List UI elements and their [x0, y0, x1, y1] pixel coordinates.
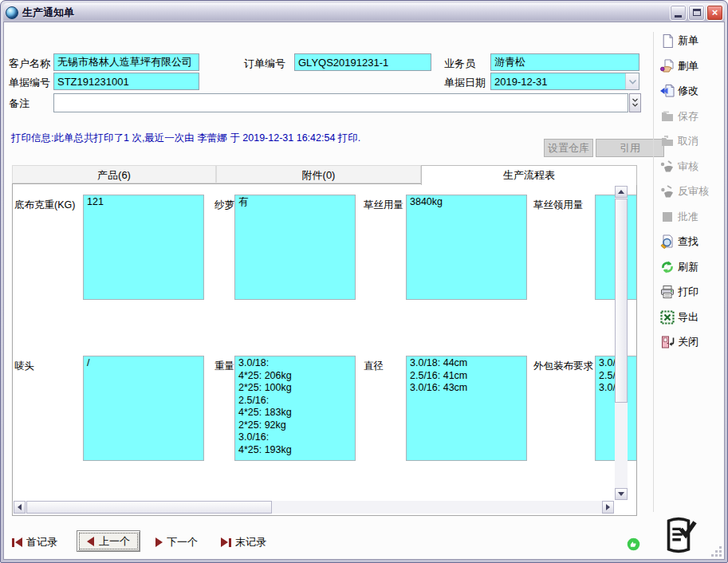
sidebar-label: 修改 — [678, 84, 698, 98]
sidebar-button-save[interactable]: 保存 — [659, 108, 709, 125]
new-doc-icon — [659, 33, 675, 49]
nav-next-record[interactable]: 下一个 — [155, 535, 198, 549]
print-info-text: 打印信息:此单总共打印了1 次,最近一次由 李蕾娜 于 2019-12-31 1… — [11, 132, 360, 145]
sidebar-label: 新单 — [678, 33, 698, 48]
customer-input[interactable] — [53, 53, 199, 71]
doc-date-combobox[interactable]: 2019-12-31 — [490, 73, 639, 90]
delete-doc-icon — [659, 58, 675, 74]
flow-field-label: 直径 — [364, 360, 384, 373]
nav-first-record[interactable]: 首记录 — [12, 535, 57, 549]
unaudit-icon — [659, 183, 675, 199]
sidebar-button-audit[interactable]: 审核 — [659, 158, 709, 175]
sidebar-button-print[interactable]: 打印 — [659, 283, 709, 301]
flow-field-value-box[interactable]: 121 — [83, 195, 204, 300]
last-record-icon — [221, 537, 231, 547]
remark-expand-button[interactable] — [629, 93, 641, 112]
sidebar-button-close[interactable]: 关闭 — [659, 333, 709, 351]
window-title: 生产通知单 — [22, 6, 74, 20]
flow-field-label: 外包装布要求 — [533, 360, 593, 373]
horizontal-scrollbar[interactable] — [14, 501, 614, 514]
title-bar[interactable]: 生产通知单 × — [3, 3, 725, 22]
nav-label: 下一个 — [167, 535, 198, 549]
order-no-label: 订单编号 — [244, 57, 285, 71]
client-area: 客户名称 订单编号 业务员 单据编号 单据日期 2019-12-31 备注 打印… — [3, 22, 725, 560]
scroll-left-button[interactable] — [14, 501, 26, 514]
arrow-left-icon — [18, 504, 22, 510]
audit-note-icon — [660, 516, 697, 557]
scroll-right-button[interactable] — [602, 501, 614, 514]
remark-label: 备注 — [9, 96, 30, 111]
sidebar-label: 反审核 — [678, 184, 709, 199]
close-icon: × — [712, 6, 718, 18]
sidebar-label: 保存 — [678, 109, 698, 124]
reference-button[interactable]: 引用 — [596, 139, 664, 157]
horizontal-scroll-thumb[interactable] — [26, 501, 272, 514]
minimize-button[interactable] — [670, 5, 687, 21]
tab-production-flow[interactable]: 生产流程表 — [421, 165, 637, 185]
sidebar-label: 导出 — [678, 310, 698, 325]
sidebar-label: 取消 — [678, 134, 698, 148]
set-warehouse-button[interactable]: 设置仓库 — [544, 139, 593, 157]
nav-last-record[interactable]: 末记录 — [221, 535, 266, 549]
sidebar-label: 审核 — [678, 159, 698, 174]
sidebar-button-export[interactable]: 导出 — [659, 309, 709, 326]
sidebar-button-new[interactable]: 新单 — [659, 32, 709, 49]
export-excel-icon — [659, 309, 675, 325]
flow-field-value-box[interactable]: 3840kg — [406, 195, 527, 300]
arrow-down-icon — [618, 492, 624, 496]
nav-previous-button[interactable]: 上一个 — [77, 530, 140, 552]
sidebar-label: 批准 — [678, 210, 698, 224]
customer-label: 客户名称 — [9, 57, 50, 71]
doc-date-label: 单据日期 — [444, 76, 486, 90]
remark-input[interactable] — [53, 93, 628, 112]
window-controls: × — [668, 5, 723, 21]
sidebar-label: 打印 — [678, 285, 698, 299]
sidebar-label: 查找 — [678, 234, 698, 249]
sidebar-label: 刷新 — [678, 260, 698, 274]
order-no-input[interactable] — [294, 53, 431, 71]
nav-label: 末记录 — [235, 535, 266, 549]
app-window: 生产通知单 × 客户名称 订单编号 业务员 单据编号 单据日期 2019-12-… — [0, 0, 728, 563]
arrow-right-icon — [606, 504, 610, 510]
ok-badge-icon — [627, 537, 640, 554]
vertical-scroll-thumb[interactable] — [615, 199, 628, 403]
scroll-up-button[interactable] — [615, 186, 628, 198]
vertical-scrollbar[interactable] — [615, 186, 628, 500]
sidebar-separator — [653, 32, 654, 512]
flow-field-value-box[interactable]: 3.0/18: 4*25: 206kg 2*25: 100kg 2.5/16: … — [234, 356, 356, 461]
doc-no-input[interactable] — [53, 73, 199, 90]
sidebar-button-cancel[interactable]: 取消 — [659, 132, 709, 150]
dropdown-arrow-icon[interactable] — [625, 73, 639, 89]
modify-icon — [659, 83, 675, 99]
sidebar-button-unaudit[interactable]: 反审核 — [659, 183, 709, 200]
flow-field-value-box[interactable]: 有 — [234, 195, 356, 300]
sidebar-label: 关闭 — [678, 335, 698, 349]
tab-attachments[interactable]: 附件(0) — [216, 165, 421, 183]
flow-field-label: 唛头 — [14, 360, 34, 373]
double-chevron-down-icon — [632, 97, 639, 108]
scroll-down-button[interactable] — [615, 488, 628, 500]
find-icon — [659, 234, 675, 250]
save-icon — [659, 108, 675, 124]
arrow-up-icon — [618, 190, 624, 194]
sidebar-button-find[interactable]: 查找 — [659, 233, 709, 250]
close-button[interactable]: × — [706, 5, 723, 21]
flow-field-label: 纱萝 — [214, 199, 234, 212]
flow-field-value-box[interactable]: 3.0/18: 44cm 2.5/16: 41cm 3.0/16: 43cm — [406, 356, 527, 461]
minimize-icon — [675, 15, 682, 18]
resize-grip[interactable] — [710, 545, 722, 557]
sidebar-button-approve[interactable]: 批准 — [659, 208, 709, 226]
sidebar-label: 删单 — [678, 59, 698, 73]
sidebar-button-modify[interactable]: 修改 — [659, 82, 709, 100]
flow-field-label: 底布克重(KG) — [14, 199, 75, 212]
approve-icon — [659, 209, 675, 225]
tab-products[interactable]: 产品(6) — [12, 165, 216, 183]
salesman-input[interactable] — [490, 53, 639, 71]
maximize-button[interactable] — [688, 5, 705, 21]
doc-date-value: 2019-12-31 — [491, 76, 625, 88]
sidebar-button-refresh[interactable]: 刷新 — [659, 258, 709, 276]
sidebar-button-delete[interactable]: 删单 — [659, 57, 709, 75]
flow-field-value-box[interactable]: / — [83, 356, 204, 461]
doc-no-label: 单据编号 — [9, 76, 50, 90]
next-record-icon — [155, 537, 163, 547]
